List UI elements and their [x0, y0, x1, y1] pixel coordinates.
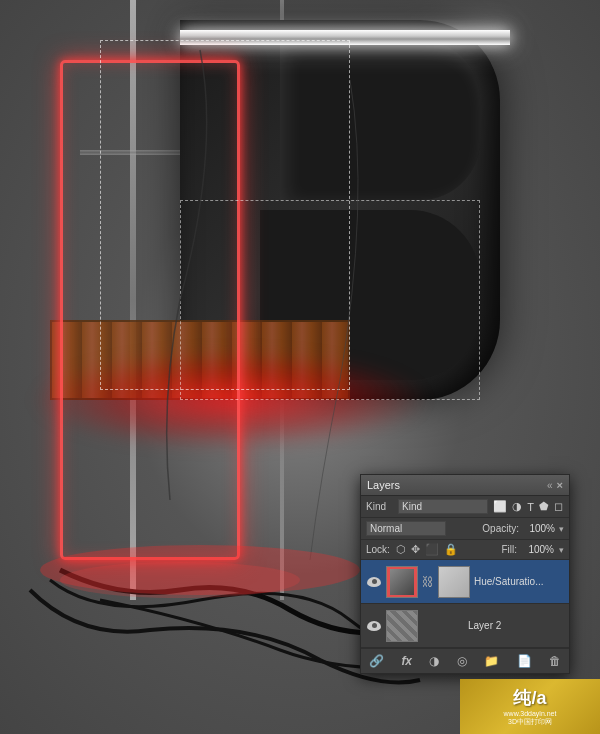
watermark-brand: 3D中国打印网: [508, 717, 552, 727]
layers-panel: Layers « × Kind Kind ⬜ ◑ T ⬟ ◻ Normal Op…: [360, 474, 570, 674]
layer-1-name: Hue/Saturatio...: [474, 576, 564, 587]
blend-mode-row: Normal Opacity: 100% ▾: [361, 518, 569, 540]
fill-value[interactable]: 100%: [522, 544, 554, 555]
layer-2-thumbnail: [386, 610, 418, 642]
toolbar-adjustment-icon[interactable]: ◎: [454, 652, 470, 670]
layer-1-thumbnail: [386, 566, 418, 598]
lock-label: Lock:: [366, 544, 391, 555]
lock-move-icon[interactable]: ✥: [411, 543, 420, 556]
fill-arrow[interactable]: ▾: [559, 545, 564, 555]
watermark-badge: 纯/a www.3ddayln.net 3D中国打印网: [460, 679, 600, 734]
layer-2-name: Layer 2: [468, 620, 564, 631]
eye-icon-1: [367, 577, 381, 587]
toolbar-fx-icon[interactable]: fx: [398, 652, 415, 670]
opacity-value[interactable]: 100%: [523, 523, 555, 534]
lock-icons-group: ⬡ ✥ ⬛ 🔒: [396, 543, 496, 556]
opacity-label: Opacity:: [482, 523, 519, 534]
panel-controls: « ×: [547, 479, 563, 491]
layer-2-thumb-content: [387, 610, 417, 642]
layer-row-2[interactable]: Layer 2: [361, 604, 569, 648]
opacity-arrow[interactable]: ▾: [559, 524, 564, 534]
filter-shape-icon[interactable]: ⬟: [538, 500, 550, 513]
filter-smart-icon[interactable]: ◻: [553, 500, 564, 513]
toolbar-mask-icon[interactable]: ◑: [426, 652, 442, 670]
eye-icon-2: [367, 621, 381, 631]
panel-title: Layers: [367, 479, 400, 491]
filter-kind-select[interactable]: Kind: [398, 499, 488, 514]
layer-row-1[interactable]: ⛓ Hue/Saturatio...: [361, 560, 569, 604]
toolbar-group-icon[interactable]: 📁: [481, 652, 502, 670]
fill-label: Fill:: [501, 544, 517, 555]
panel-titlebar: Layers « ×: [361, 475, 569, 496]
toolbar-new-layer-icon[interactable]: 📄: [514, 652, 535, 670]
panel-close-button[interactable]: ×: [557, 479, 563, 491]
filter-adjustment-icon[interactable]: ◑: [511, 500, 523, 513]
panel-collapse-button[interactable]: «: [547, 480, 553, 491]
lock-row: Lock: ⬡ ✥ ⬛ 🔒 Fill: 100% ▾: [361, 540, 569, 560]
chrome-trim: [180, 30, 510, 45]
filter-row: Kind Kind ⬜ ◑ T ⬟ ◻: [361, 496, 569, 518]
toolbar-link-icon[interactable]: 🔗: [366, 652, 387, 670]
watermark-url: www.3ddayln.net: [504, 710, 557, 717]
layer-1-mask-thumbnail: [438, 566, 470, 598]
filter-pixel-icon[interactable]: ⬜: [492, 500, 508, 513]
watermark-chinese-text: 纯/a: [513, 686, 546, 710]
panel-toolbar: 🔗 fx ◑ ◎ 📁 📄 🗑: [361, 648, 569, 673]
layer-2-visibility-toggle[interactable]: [366, 618, 382, 634]
hue-saturation-thumb: [387, 566, 417, 598]
neon-number-outline: [60, 60, 240, 560]
toolbar-delete-icon[interactable]: 🗑: [546, 652, 564, 670]
blend-mode-select[interactable]: Normal: [366, 521, 446, 536]
filter-type-icon[interactable]: T: [526, 501, 535, 513]
filter-label: Kind: [366, 501, 394, 512]
filter-icons: ⬜ ◑ T ⬟ ◻: [492, 500, 564, 513]
layer-1-visibility-toggle[interactable]: [366, 574, 382, 590]
lock-all-icon[interactable]: 🔒: [444, 543, 458, 556]
lock-checkerboard-icon[interactable]: ⬡: [396, 543, 406, 556]
lock-artboard-icon[interactable]: ⬛: [425, 543, 439, 556]
layer-1-chain-icon: ⛓: [422, 575, 434, 589]
